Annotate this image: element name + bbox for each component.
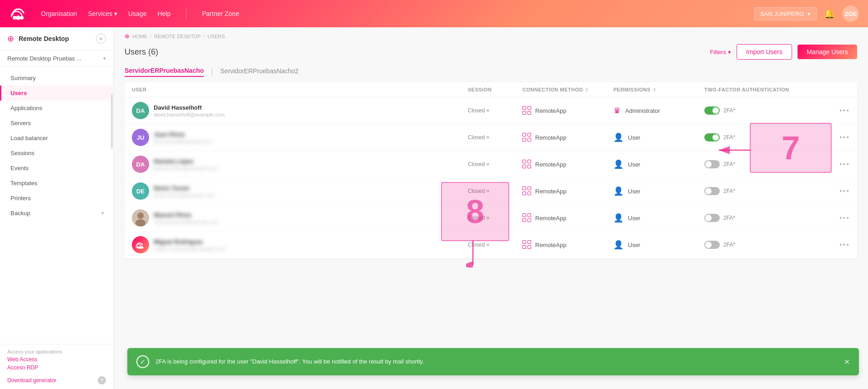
import-users-button[interactable]: Import Users: [737, 44, 792, 60]
sidebar-item-summary[interactable]: Summary: [0, 71, 113, 86]
tfa-3: 2FA*: [704, 160, 832, 168]
server-tab-2[interactable]: ServidorERPruebasNacho2: [220, 67, 298, 76]
more-button-1[interactable]: •••: [832, 106, 850, 115]
server-tab-1[interactable]: ServidorERPruebasNacho: [125, 67, 204, 77]
th-permissions: PERMISSIONS ⇕: [613, 87, 704, 92]
user-email-2: juan.perez@example.com: [154, 139, 212, 144]
sidebar-item-events[interactable]: Events: [0, 161, 113, 176]
nav-services[interactable]: Services ▾: [88, 10, 117, 17]
session-label-5: Closed: [468, 215, 485, 221]
perm-label-6: User: [628, 242, 640, 248]
svg-point-1: [13, 16, 16, 20]
connection-1: RemoteApp: [522, 106, 613, 115]
bell-icon[interactable]: 🔔: [824, 8, 835, 19]
tfa-label-4: 2FA*: [723, 188, 735, 194]
connection-3: RemoteApp: [522, 160, 613, 169]
connection-label-2: RemoteApp: [535, 134, 567, 141]
more-button-4[interactable]: •••: [832, 187, 850, 195]
org-selector[interactable]: SAN JUNIPERO ▾: [754, 7, 817, 20]
sidebar-workspace[interactable]: Remote Desktop Pruebas ... ▾: [0, 51, 113, 67]
sidebar-item-servers[interactable]: Servers: [0, 116, 113, 131]
sidebar-label-applications: Applications: [10, 105, 42, 111]
toggle-thumb-3: [705, 161, 712, 167]
user-email-1: david.hasselhoff@example.com: [154, 112, 225, 117]
sidebar-label-backup: Backup: [10, 210, 30, 217]
toggle-thumb-5: [705, 215, 712, 221]
manage-users-button[interactable]: Manage Users: [798, 45, 857, 59]
tfa-toggle-2[interactable]: [704, 133, 720, 141]
tfa-1: 2FA*: [704, 106, 832, 115]
sidebar-item-users[interactable]: Users: [0, 86, 113, 101]
nav-help[interactable]: Help: [157, 10, 171, 17]
sidebar-link-download-generator[interactable]: Download generator: [7, 377, 56, 384]
nav-organisation[interactable]: Organisation: [41, 10, 77, 17]
users-table: USER SESSION CONNECTION METHOD ⇕ PERMISS…: [125, 82, 857, 258]
more-button-5[interactable]: •••: [832, 214, 850, 222]
workspace-name: Remote Desktop Pruebas ...: [7, 55, 100, 62]
tfa-label-6: 2FA*: [723, 242, 735, 248]
svg-point-0: [16, 15, 20, 20]
sort-connection-icon[interactable]: ⇕: [585, 87, 589, 92]
sort-permissions-icon[interactable]: ⇕: [652, 87, 657, 92]
filters-button[interactable]: Filters ▾: [710, 49, 731, 56]
logo[interactable]: [9, 5, 27, 23]
backup-dropdown-icon: ▾: [101, 210, 104, 216]
sidebar-links: Web Access Acceso RDP Download generator…: [7, 356, 106, 384]
org-name: SAN JUNIPERO: [760, 10, 804, 17]
svg-point-8: [141, 247, 144, 249]
sidebar-item-sessions[interactable]: Sessions: [0, 146, 113, 161]
sidebar-add-button[interactable]: +: [96, 34, 106, 44]
tfa-toggle-3[interactable]: [704, 160, 720, 168]
session-label-3: Closed: [468, 161, 485, 167]
sidebar-item-load-balancer[interactable]: Load balancer: [0, 131, 113, 146]
session-5: Closed: [468, 215, 522, 221]
scroll-thumb[interactable]: [111, 94, 113, 149]
connection-label-3: RemoteApp: [535, 161, 567, 168]
tfa-toggle-5[interactable]: [704, 214, 720, 222]
th-tfa: TWO-FACTOR AUTHENTICATION: [704, 87, 832, 92]
sidebar-item-applications[interactable]: Applications: [0, 101, 113, 116]
grid-dot: [527, 240, 531, 244]
breadcrumb-current: USERS: [208, 34, 225, 39]
sidebar-item-printers[interactable]: Printers: [0, 191, 113, 206]
org-dropdown-icon: ▾: [808, 10, 811, 17]
grid-dot: [527, 133, 531, 136]
app-layout: ⊕ Remote Desktop + Remote Desktop Prueba…: [0, 27, 868, 389]
table-row: DA Daniela López daniela.lopez@example.c…: [125, 151, 857, 178]
sidebar-link-acceso-rdp[interactable]: Acceso RDP: [7, 364, 106, 371]
sidebar-item-backup[interactable]: Backup ▾: [0, 206, 113, 221]
sidebar-label-users: Users: [10, 90, 27, 96]
tfa-6: 2FA*: [704, 241, 832, 249]
more-button-2[interactable]: •••: [832, 133, 850, 141]
sidebar-link-web-access[interactable]: Web Access: [7, 356, 106, 363]
nav-divider: [186, 8, 186, 19]
breadcrumb-home[interactable]: HOME: [132, 34, 147, 39]
user-email-4: denis.turner@example.com: [154, 192, 215, 198]
connection-label-6: RemoteApp: [535, 242, 567, 248]
toast-close-button[interactable]: ✕: [844, 358, 850, 366]
tfa-toggle-4[interactable]: [704, 187, 720, 195]
grid-dot: [527, 192, 531, 195]
perm-label-4: User: [628, 188, 640, 195]
help-badge[interactable]: ?: [98, 376, 106, 384]
filters-arrow-icon: ▾: [728, 49, 731, 56]
breadcrumb: ⊕ HOME / REMOTE DESKTOP / USERS: [114, 27, 868, 40]
sidebar-header: ⊕ Remote Desktop +: [0, 27, 113, 51]
tfa-toggle-1[interactable]: [704, 106, 720, 115]
permissions-2: 👤 User: [613, 132, 704, 142]
nav-partner-zone[interactable]: Partner Zone: [202, 10, 239, 17]
more-button-6[interactable]: •••: [832, 241, 850, 249]
toggle-thumb-1: [712, 107, 719, 114]
connection-4: RemoteApp: [522, 187, 613, 196]
user-cell-3: DA Daniela López daniela.lopez@example.c…: [132, 156, 468, 173]
user-avatar[interactable]: ZOE: [843, 5, 859, 22]
scroll-track: [110, 67, 113, 344]
more-button-3[interactable]: •••: [832, 160, 850, 168]
breadcrumb-service[interactable]: REMOTE DESKTOP: [154, 34, 201, 39]
nav-usage[interactable]: Usage: [128, 10, 146, 17]
sidebar-item-templates[interactable]: Templates: [0, 176, 113, 191]
sidebar-nav: Summary Users Applications Servers Load …: [0, 67, 113, 344]
tfa-toggle-6[interactable]: [704, 241, 720, 249]
session-label-4: Closed: [468, 188, 485, 194]
avatar-4: DE: [132, 182, 149, 200]
